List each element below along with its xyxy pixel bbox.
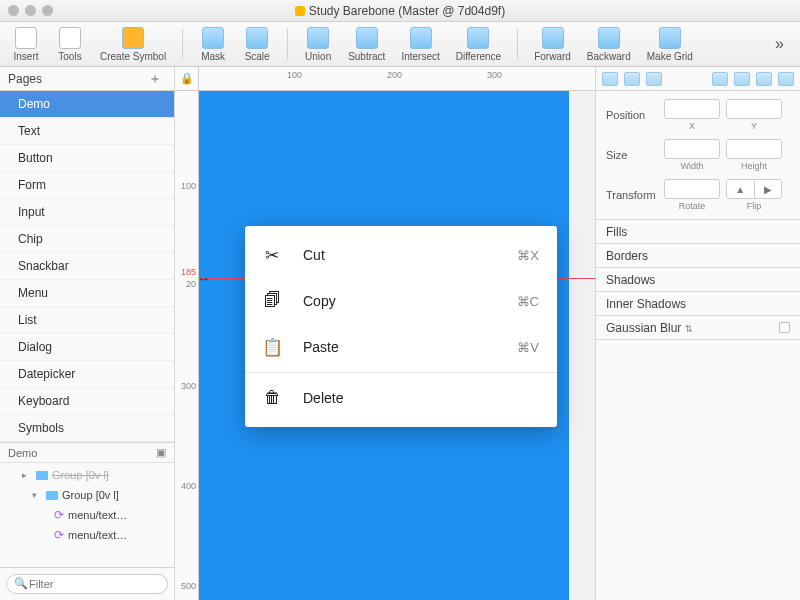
stepper-icon[interactable]: ⇅ [685,324,693,334]
page-item-input[interactable]: Input [0,199,174,226]
page-item-dialog[interactable]: Dialog [0,334,174,361]
align-left-button[interactable] [602,72,618,86]
folder-icon [46,491,58,500]
page-item-form[interactable]: Form [0,172,174,199]
menu-item-paste[interactable]: 📋 Paste ⌘V [245,324,557,370]
search-icon: 🔍 [14,577,28,590]
difference-button[interactable]: Difference [452,27,505,62]
folder-icon [36,471,48,480]
scale-button[interactable]: Scale [239,27,275,62]
page-item-text[interactable]: Text [0,118,174,145]
mask-button[interactable]: Mask [195,27,231,62]
page-item-list[interactable]: List [0,307,174,334]
menu-item-copy[interactable]: 🗐 Copy ⌘C [245,278,557,324]
forward-icon [542,27,564,49]
close-window-button[interactable] [8,5,19,16]
align-right-button[interactable] [646,72,662,86]
window-controls [8,5,53,16]
transform-label: Transform [606,189,658,201]
fills-header[interactable]: Fills [596,220,800,244]
rotate-input[interactable] [664,179,720,199]
page-item-snackbar[interactable]: Snackbar [0,253,174,280]
backward-button[interactable]: Backward [583,27,635,62]
minimize-window-button[interactable] [25,5,36,16]
insert-button[interactable]: Insert [8,27,44,62]
difference-icon [467,27,489,49]
flip-horizontal-button[interactable]: ▲ [727,180,755,198]
subtract-button[interactable]: Subtract [344,27,389,62]
width-input[interactable] [664,139,720,159]
delete-icon: 🗑 [263,388,281,408]
toolbar-overflow-button[interactable]: » [767,31,792,57]
layer-item[interactable]: ▾Group [0v l] [0,485,174,505]
menu-item-cut[interactable]: ✂ Cut ⌘X [245,232,557,278]
document-icon [295,6,305,16]
gaussian-blur-checkbox[interactable] [779,322,790,333]
add-page-button[interactable]: ＋ [144,70,166,88]
align-toolbar [596,67,800,91]
ruler-horizontal[interactable]: 100 200 300 [199,67,595,90]
layer-item[interactable]: ⟳menu/text… [0,505,174,525]
guide-handle-icon[interactable]: ↔ [199,271,210,286]
page-item-datepicker[interactable]: Datepicker [0,361,174,388]
gaussian-blur-row[interactable]: Gaussian Blur⇅ [596,316,800,340]
filter-input[interactable] [6,574,168,594]
intersect-button[interactable]: Intersect [397,27,443,62]
page-item-symbols[interactable]: Symbols [0,415,174,442]
create-symbol-button[interactable]: Create Symbol [96,27,170,62]
symbol-icon: ⟳ [54,508,64,522]
intersect-icon [410,27,432,49]
x-input[interactable] [664,99,720,119]
tools-icon [59,27,81,49]
canvas-area: 🔒 100 200 300 100 185 20 300 400 500 ↔ [175,67,595,600]
ruler-vertical[interactable]: 100 185 20 300 400 500 [175,91,199,600]
subtract-icon [356,27,378,49]
pages-list: Demo Text Button Form Input Chip Snackba… [0,91,174,443]
paste-icon: 📋 [263,337,281,358]
menu-item-delete[interactable]: 🗑 Delete [245,375,557,421]
zoom-window-button[interactable] [42,5,53,16]
toolbar-separator [517,29,518,59]
height-input[interactable] [726,139,782,159]
distribute-button[interactable] [778,72,794,86]
align-bottom-button[interactable] [756,72,772,86]
tools-button[interactable]: Tools [52,27,88,62]
position-label: Position [606,109,658,121]
pages-label: Pages [8,72,144,86]
copy-icon: 🗐 [263,291,281,311]
toolbar-separator [182,29,183,59]
flip-vertical-button[interactable]: ▶ [755,180,782,198]
page-item-menu[interactable]: Menu [0,280,174,307]
union-button[interactable]: Union [300,27,336,62]
ruler-lock-icon[interactable]: 🔒 [175,67,199,90]
artboard-list-icon[interactable]: ▣ [156,446,166,459]
forward-button[interactable]: Forward [530,27,575,62]
left-sidebar: Pages ＋ Demo Text Button Form Input Chip… [0,67,175,600]
filter-box: 🔍 [0,567,174,600]
layers-list: ▸Group [0v l] ▾Group [0v l] ⟳menu/text… … [0,463,174,567]
symbol-icon [122,27,144,49]
size-label: Size [606,149,658,161]
backward-icon [598,27,620,49]
borders-header[interactable]: Borders [596,244,800,268]
page-item-button[interactable]: Button [0,145,174,172]
align-top-button[interactable] [712,72,728,86]
align-center-button[interactable] [624,72,640,86]
y-input[interactable] [726,99,782,119]
window-title: Study Barebone (Master @ 7d04d9f) [0,4,800,18]
make-grid-button[interactable]: Make Grid [643,27,697,62]
shadows-header[interactable]: Shadows [596,268,800,292]
page-item-demo[interactable]: Demo [0,91,174,118]
layer-item[interactable]: ⟳menu/text… [0,525,174,545]
inner-shadows-header[interactable]: Inner Shadows [596,292,800,316]
page-item-chip[interactable]: Chip [0,226,174,253]
layers-label: Demo [8,447,156,459]
geometry-section: Position X Y Size Width Height Transform… [596,91,800,220]
titlebar: Study Barebone (Master @ 7d04d9f) [0,0,800,22]
inspector: Position X Y Size Width Height Transform… [595,67,800,600]
insert-icon [15,27,37,49]
layer-item[interactable]: ▸Group [0v l] [0,465,174,485]
page-item-keyboard[interactable]: Keyboard [0,388,174,415]
canvas[interactable]: ↔ ✂ Cut ⌘X 🗐 Copy ⌘C 📋 Paste [199,91,595,600]
align-middle-button[interactable] [734,72,750,86]
